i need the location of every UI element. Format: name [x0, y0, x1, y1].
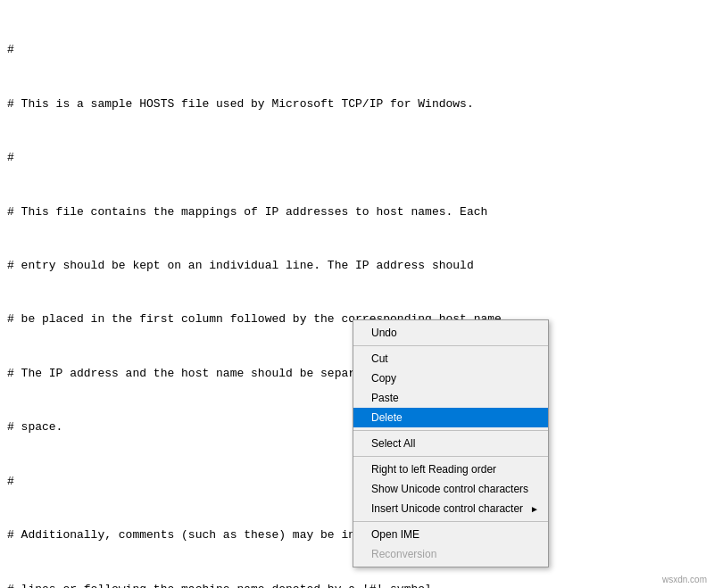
editor-line-1: # This is a sample HOSTS file used by Mi… — [7, 95, 707, 113]
editor-line-3: # This file contains the mappings of IP … — [7, 203, 707, 221]
menu-item-undo[interactable]: Undo — [353, 323, 548, 343]
menu-item-show-unicode[interactable]: Show Unicode control characters — [353, 479, 548, 499]
editor-line-0: # — [7, 41, 707, 59]
menu-item-select-all[interactable]: Select All — [353, 434, 548, 453]
submenu-arrow-icon: ► — [530, 504, 539, 514]
watermark: wsxdn.com — [662, 575, 707, 584]
menu-separator-3 — [353, 456, 548, 457]
menu-separator-4 — [353, 521, 548, 522]
editor-line-10: # lines or following the machine name de… — [7, 581, 707, 589]
menu-item-open-ime[interactable]: Open IME — [353, 525, 548, 544]
context-menu: Undo Cut Copy Paste Delete Select All Ri… — [353, 319, 549, 567]
menu-separator-1 — [353, 345, 548, 346]
menu-item-copy[interactable]: Copy — [353, 369, 548, 388]
menu-item-delete[interactable]: Delete — [353, 408, 548, 427]
menu-item-cut[interactable]: Cut — [353, 349, 548, 369]
editor-line-4: # entry should be kept on an individual … — [7, 257, 707, 275]
editor-line-2: # — [7, 149, 707, 167]
menu-item-insert-unicode-label: Insert Unicode control character — [371, 502, 523, 515]
menu-item-paste[interactable]: Paste — [353, 388, 548, 408]
menu-item-reconversion[interactable]: Reconversion — [353, 544, 548, 564]
menu-item-rtl[interactable]: Right to left Reading order — [353, 460, 548, 479]
menu-separator-2 — [353, 430, 548, 431]
menu-item-insert-unicode[interactable]: Insert Unicode control character ► — [353, 499, 548, 518]
